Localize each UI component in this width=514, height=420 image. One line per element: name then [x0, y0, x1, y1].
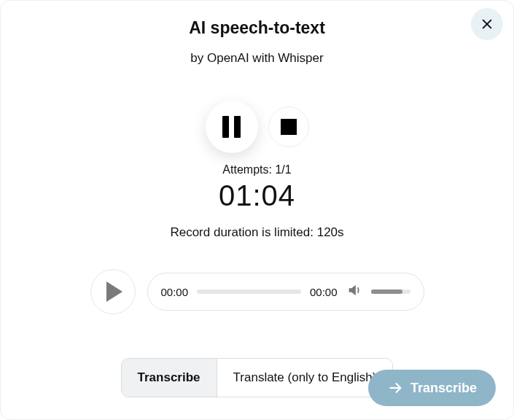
close-icon: [480, 17, 494, 31]
stop-button[interactable]: [268, 106, 309, 147]
tab-translate[interactable]: Translate (only to English): [217, 359, 393, 397]
recording-timer: 01:04: [18, 179, 496, 212]
recorder-controls: [18, 101, 496, 153]
audio-player: 00:00 00:00: [18, 269, 496, 314]
attempts-label: Attempts: 1/1: [18, 163, 496, 176]
total-time: 00:00: [310, 286, 338, 298]
limit-value: 120s: [317, 225, 344, 239]
seek-slider[interactable]: [197, 289, 301, 294]
page-title: AI speech-to-text: [18, 18, 496, 38]
limit-prefix: Record duration is limited:: [170, 225, 316, 239]
volume-slider[interactable]: [371, 289, 410, 294]
transcribe-button[interactable]: Transcribe: [368, 370, 496, 406]
attempts-prefix: Attempts:: [222, 163, 275, 176]
close-button[interactable]: [471, 8, 503, 40]
current-time: 00:00: [161, 286, 189, 298]
speech-to-text-panel: AI speech-to-text by OpenAI with Whisper…: [0, 0, 514, 420]
pause-icon: [222, 116, 241, 138]
attempts-value: 1/1: [275, 163, 291, 176]
tab-transcribe[interactable]: Transcribe: [122, 359, 217, 397]
duration-limit-note: Record duration is limited: 120s: [18, 225, 496, 240]
stop-icon: [281, 119, 297, 135]
play-button[interactable]: [90, 269, 136, 314]
pause-button[interactable]: [206, 101, 258, 153]
page-subtitle: by OpenAI with Whisper: [18, 51, 496, 66]
volume-icon[interactable]: [346, 282, 362, 301]
audio-progress-bar: 00:00 00:00: [147, 273, 424, 311]
play-icon: [106, 281, 122, 302]
arrow-right-icon: [387, 380, 403, 396]
transcribe-button-label: Transcribe: [410, 381, 477, 396]
volume-fill: [371, 289, 402, 294]
